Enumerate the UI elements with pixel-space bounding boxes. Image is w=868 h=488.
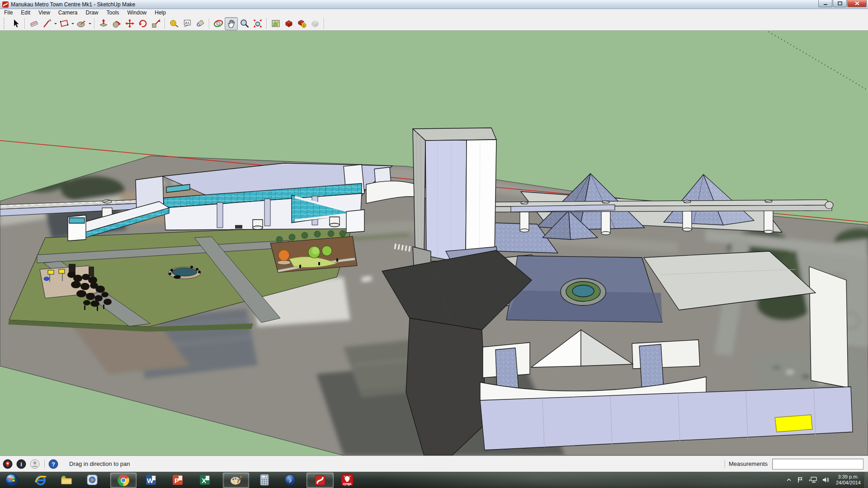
itunes-icon: ♪ [284,474,297,486]
push-pull-icon [99,19,108,28]
pencil-icon [42,19,52,28]
credits-info-icon[interactable]: i [16,459,26,469]
tray-time: 3:39 p.m. [836,474,861,480]
minimize-button[interactable] [818,0,832,7]
svg-text:$: $ [302,23,305,28]
terrain-box-icon [284,19,294,28]
tape-measure-tool-button[interactable] [167,17,180,30]
menu-edit[interactable]: Edit [17,9,34,17]
push-pull-tool-button[interactable] [97,17,110,30]
system-tray: 3:39 p.m. 24/04/2014 [783,472,864,488]
select-tool-button[interactable] [9,17,22,30]
menu-view[interactable]: View [34,9,54,17]
excel-icon: X [198,474,211,486]
taskbar-sketchup[interactable] [307,473,334,488]
svg-text:W: W [147,477,154,484]
toolbar-grip[interactable] [4,18,6,29]
taskbar-media-player[interactable] [83,473,101,487]
svg-text:♪: ♪ [289,477,292,484]
yellow-highlight-panel [775,415,812,432]
photo-textures-button[interactable]: $ [295,17,308,30]
shapes-tool-dropdown[interactable] [71,18,75,30]
circle-tool-dropdown[interactable] [88,18,92,30]
minimize-icon [823,1,828,5]
network-status-icon[interactable] [809,477,817,483]
taskbar-chrome[interactable] [110,473,137,488]
menu-help[interactable]: Help [151,9,170,17]
taskbar-excel[interactable]: X [196,473,214,487]
svg-text:X: X [202,477,206,484]
preview-model-button[interactable] [308,17,321,30]
menu-tools[interactable]: Tools [103,9,123,17]
eraser-tool-button[interactable] [27,17,40,30]
svg-text:zynga: zynga [343,482,352,486]
taskbar-windows-explorer[interactable] [57,473,75,487]
powerpoint-icon: P [171,474,184,486]
taskbar-zynga[interactable]: zynga [338,473,356,487]
taskbar-powerpoint[interactable]: P [169,473,187,487]
measurements-input[interactable] [772,459,863,469]
rotate-icon [138,19,148,28]
title-bar[interactable]: Manukau Metro Town Centre Mk1 - SketchUp… [0,0,868,9]
close-icon [855,1,859,5]
menu-bar: File Edit View Camera Draw Tools Window … [0,9,868,17]
photo-textures-icon: $ [297,19,307,28]
zynga-icon: zynga [340,473,354,487]
toggle-terrain-button[interactable] [282,17,295,30]
taskbar-itunes[interactable]: ♪ [281,473,299,487]
taskbar-calculator[interactable]: 0 [255,473,274,487]
hidden-icons-chevron-icon[interactable] [786,478,792,482]
word-icon: W [145,474,157,486]
add-location-button[interactable] [269,17,282,30]
tape-measure-icon [169,19,179,28]
menu-window[interactable]: Window [123,9,151,17]
follow-me-tool-button[interactable] [110,17,123,30]
sign-in-user-icon[interactable] [30,459,40,469]
chrome-icon [117,474,130,487]
status-hint-text: Drag in direction to pan [69,460,130,467]
paint-palette-icon [230,474,242,487]
select-arrow-icon [11,19,21,28]
taskbar-paint[interactable] [223,473,249,488]
show-desktop-button[interactable] [864,472,868,488]
orbit-tool-button[interactable] [212,17,225,30]
maximize-button[interactable] [833,0,847,7]
pan-tool-button[interactable] [225,17,238,30]
internet-explorer-icon [34,474,47,486]
menu-camera[interactable]: Camera [54,9,82,17]
zoom-tool-button[interactable] [238,17,251,30]
tray-date: 24/04/2014 [836,480,861,486]
volume-speaker-icon[interactable] [822,477,830,483]
shapes-tool-button[interactable] [57,17,71,30]
rotate-tool-button[interactable] [136,17,149,30]
windows-start-orb-icon [5,473,19,487]
action-center-flag-icon[interactable] [797,477,803,483]
pan-hand-icon [226,19,236,28]
menu-file[interactable]: File [0,9,17,17]
circle-tool-button[interactable] [75,17,88,30]
sketchup-window: Manukau Metro Town Centre Mk1 - SketchUp… [0,0,868,488]
svg-text:i: i [20,461,22,468]
taskbar-clock[interactable]: 3:39 p.m. 24/04/2014 [836,474,861,486]
close-button[interactable] [847,0,867,7]
menu-draw[interactable]: Draw [82,9,103,17]
paint-bucket-tool-button[interactable] [193,17,207,30]
model-viewport-canvas[interactable] [0,31,868,455]
add-location-map-icon [271,19,281,28]
windows-taskbar: W P X [0,472,868,488]
taskbar-internet-explorer[interactable] [32,473,50,487]
move-icon [125,19,135,28]
scale-tool-button[interactable] [149,17,162,30]
help-icon[interactable]: ? [48,459,58,469]
start-button[interactable] [3,473,21,487]
geolocation-status-icon[interactable] [3,459,13,469]
zoom-extents-tool-button[interactable] [251,17,264,30]
svg-text:?: ? [52,461,55,468]
taskbar-word[interactable]: W [142,473,160,487]
move-tool-button[interactable] [123,17,136,30]
line-tool-button[interactable] [40,17,53,30]
text-tool-button[interactable]: A1 [180,17,193,30]
preview-model-icon [310,19,320,28]
status-bar: i ? Drag in direction to pan Measurement… [0,455,868,472]
line-tool-dropdown[interactable] [53,18,57,30]
